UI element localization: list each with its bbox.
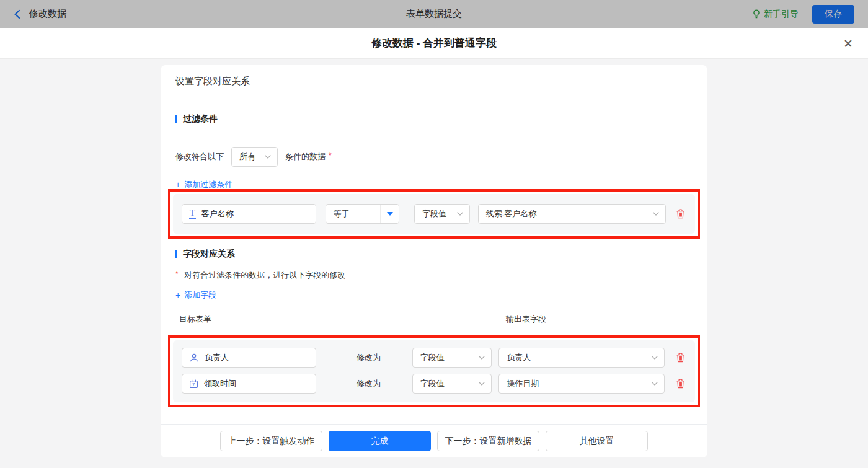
filter-section-title: 过滤条件: [175, 113, 693, 125]
chevron-down-icon: [652, 382, 658, 386]
filter-rows-panel: T 客户名称 等于 字段值: [173, 194, 695, 234]
action-label: 修改为: [356, 378, 383, 389]
chevron-down-icon: [457, 212, 463, 216]
svg-text:7: 7: [192, 382, 195, 387]
prev-step-button[interactable]: 上一步：设置触发动作: [220, 431, 322, 451]
next-step-button[interactable]: 下一步：设置新增数据: [437, 431, 539, 451]
lightbulb-icon: [752, 9, 761, 19]
chevron-down-icon: [265, 155, 271, 159]
mapping-description: * 对符合过滤条件的数据，进行以下字段的修改: [175, 270, 693, 281]
value-type-select[interactable]: 字段值: [414, 204, 470, 224]
delete-mapping-button[interactable]: [675, 351, 686, 364]
mapping-rows-panel: 负责人 修改为 字段值 负责人: [173, 340, 695, 402]
mapping-description-text: 对符合过滤条件的数据，进行以下字段的修改: [184, 270, 345, 280]
add-filter-condition-label: 添加过滤条件: [184, 179, 232, 190]
text-field-icon: T: [189, 209, 196, 219]
section-accent-bar: [175, 250, 177, 258]
delete-filter-button[interactable]: [675, 208, 686, 220]
mapping-section-title: 字段对应关系: [175, 249, 693, 260]
plus-icon: +: [175, 180, 180, 190]
value-type-value: 字段值: [420, 352, 445, 363]
output-field-select[interactable]: 操作日期: [498, 374, 665, 394]
chevron-down-icon: [653, 212, 659, 216]
modal-body: 设置字段对应关系 过滤条件 修改符合以下 所有 条件的数据 *: [0, 59, 868, 468]
value-type-select[interactable]: 字段值: [412, 348, 492, 368]
mapping-column-headers: 目标表单 输出表字段: [161, 314, 707, 333]
modal-header: 修改数据 - 合并到普通字段 ✕: [0, 28, 868, 59]
output-field-select[interactable]: 负责人: [498, 348, 665, 368]
settings-card: 设置字段对应关系 过滤条件 修改符合以下 所有 条件的数据 *: [161, 65, 707, 457]
filter-row: T 客户名称 等于 字段值: [182, 204, 686, 224]
filter-field-value: 客户名称: [202, 208, 234, 219]
mapping-row: 负责人 修改为 字段值 负责人: [182, 348, 686, 368]
trash-icon: [676, 353, 685, 363]
chevron-down-icon: [479, 356, 485, 360]
guide-label: 新手引导: [764, 9, 799, 20]
column-header-target-form: 目标表单: [179, 314, 211, 324]
operator-value: 等于: [326, 205, 380, 223]
output-field-value: 操作日期: [507, 378, 539, 389]
required-mark: *: [175, 270, 179, 278]
output-field-value: 负责人: [507, 352, 531, 363]
card-footer: 上一步：设置触发动作 完成 下一步：设置新增数据 其他设置: [161, 424, 707, 457]
caret-down-icon[interactable]: [380, 205, 399, 223]
compare-value: 线索.客户名称: [486, 208, 537, 219]
chevron-down-icon: [652, 356, 658, 360]
done-button[interactable]: 完成: [329, 431, 431, 451]
caret-down-glyph: [387, 212, 393, 216]
target-field-value: 负责人: [205, 352, 229, 363]
save-button[interactable]: 保存: [812, 5, 854, 24]
back-button[interactable]: 修改数据: [14, 8, 66, 20]
mapping-row: 7 领取时间 修改为 字段值: [182, 374, 686, 394]
trash-icon: [676, 379, 685, 389]
filter-section-title-text: 过滤条件: [183, 113, 218, 125]
page-title: 表单数据提交: [406, 8, 462, 20]
match-mode-value: 所有: [239, 151, 255, 162]
filter-field-input[interactable]: T 客户名称: [182, 204, 316, 224]
modal-title: 修改数据 - 合并到普通字段: [371, 36, 497, 50]
add-field-label: 添加字段: [184, 289, 216, 301]
target-field-input[interactable]: 负责人: [182, 348, 316, 368]
compare-value-select[interactable]: 线索.客户名称: [478, 204, 666, 224]
delete-mapping-button[interactable]: [675, 377, 686, 390]
add-filter-condition-link[interactable]: + 添加过滤条件: [175, 179, 232, 190]
card-header-title: 设置字段对应关系: [161, 65, 707, 97]
chevron-down-icon: [479, 382, 485, 386]
action-label: 修改为: [356, 352, 383, 363]
other-settings-button[interactable]: 其他设置: [546, 431, 648, 451]
topbar: 修改数据 表单数据提交 新手引导 保存: [0, 0, 868, 28]
mapping-section-title-text: 字段对应关系: [183, 249, 235, 260]
calendar-icon: 7: [189, 379, 198, 389]
plus-icon: +: [175, 290, 180, 300]
card-body: 过滤条件 修改符合以下 所有 条件的数据 * + 添加过滤条件: [161, 97, 707, 424]
mapping-highlight-box: 负责人 修改为 字段值 负责人: [168, 335, 700, 407]
chevron-left-icon: [14, 9, 20, 19]
filter-highlight-box: T 客户名称 等于 字段值: [168, 189, 700, 239]
add-field-link[interactable]: + 添加字段: [175, 289, 216, 301]
value-type-select[interactable]: 字段值: [412, 374, 492, 394]
column-header-output-field: 输出表字段: [506, 314, 546, 325]
match-mode-select[interactable]: 所有: [231, 147, 278, 167]
target-field-value: 领取时间: [204, 378, 236, 389]
trash-icon: [676, 209, 685, 219]
user-icon: [189, 353, 199, 363]
value-type-value: 字段值: [422, 208, 446, 219]
beginner-guide-link[interactable]: 新手引导: [752, 9, 799, 20]
section-accent-bar: [175, 115, 177, 123]
back-label: 修改数据: [29, 8, 66, 20]
required-mark: *: [329, 151, 332, 160]
condition-suffix: 条件的数据: [285, 151, 326, 162]
filter-condition-line: 修改符合以下 所有 条件的数据 *: [175, 147, 693, 167]
target-field-input[interactable]: 7 领取时间: [182, 374, 316, 394]
condition-prefix: 修改符合以下: [175, 151, 224, 162]
close-icon[interactable]: ✕: [843, 37, 853, 49]
operator-select[interactable]: 等于: [326, 204, 399, 224]
value-type-value: 字段值: [420, 378, 445, 389]
